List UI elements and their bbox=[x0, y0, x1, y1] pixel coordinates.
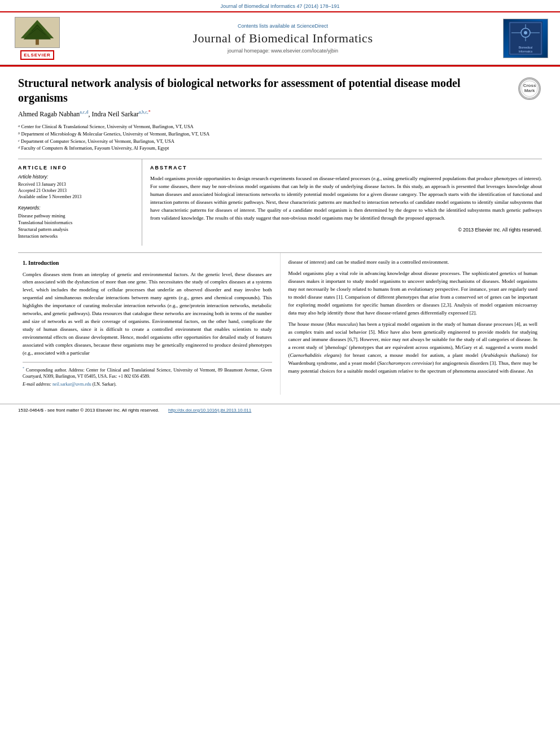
abstract-panel: ABSTRACT Model organisms provide opportu… bbox=[142, 159, 542, 246]
elsevier-wordmark: ELSEVIER bbox=[20, 50, 54, 60]
affiliation-c: c Department of Computer Science, Univer… bbox=[18, 138, 542, 145]
affiliation-d: d Faculty of Computers & Information, Fa… bbox=[18, 145, 542, 152]
authors-line: Ahmed Ragab Nabhana,c,d, Indra Neil Sark… bbox=[18, 110, 542, 119]
history-available: Available online 5 November 2013 bbox=[18, 194, 135, 199]
crossmark-badge[interactable]: Cross Mark bbox=[517, 76, 542, 101]
author2-sup: a,b,c,* bbox=[139, 110, 151, 115]
affiliations-block: a Center for Clinical & Translational Sc… bbox=[18, 123, 542, 152]
body-col-right: disease of interest) and can be studied … bbox=[281, 253, 542, 395]
affiliation-a-text: Center for Clinical & Translational Scie… bbox=[21, 123, 194, 130]
elsevier-logo-left: ELSEVIER bbox=[9, 17, 65, 60]
svg-text:Informatics: Informatics bbox=[519, 50, 533, 53]
sciencedirect-link-text[interactable]: ScienceDirect bbox=[297, 23, 329, 29]
affiliation-b: b Department of Microbiology & Molecular… bbox=[18, 130, 542, 138]
footnote-email-line: E-mail address: neil.sarkar@uvm.edu (I.N… bbox=[23, 381, 272, 387]
article-info-abstract-block: ARTICLE INFO Article history: Received 1… bbox=[18, 159, 542, 246]
history-received: Received 13 January 2013 bbox=[18, 182, 135, 187]
article-main: Structural network analysis of biologica… bbox=[0, 67, 560, 404]
author2-name: Indra Neil Sarkar bbox=[91, 110, 138, 118]
body-section: 1. Introduction Complex diseases stem fr… bbox=[18, 252, 542, 395]
body-para-right-2: Model organisms play a vital role in adv… bbox=[288, 270, 538, 317]
tree-illustration bbox=[15, 17, 60, 48]
biomed-logo-svg: Biomedical Informatics bbox=[509, 21, 542, 55]
journal-homepage-text: journal homepage: www.elsevier.com/locat… bbox=[71, 48, 495, 54]
body-para-right-1: disease of interest) and can be studied … bbox=[288, 259, 538, 267]
biomed-logo-box: Biomedical Informatics bbox=[503, 19, 548, 58]
keyword-2: Translational bioinformatics bbox=[18, 220, 135, 225]
body-col-left: 1. Introduction Complex diseases stem fr… bbox=[18, 253, 281, 395]
journal-title-text: Journal of Biomedical Informatics bbox=[71, 31, 495, 46]
crossmark-icon: Cross Mark bbox=[518, 77, 541, 100]
article-title: Structural network analysis of biologica… bbox=[18, 76, 542, 105]
abstract-text: Model organisms provide opportunities to… bbox=[150, 175, 542, 222]
svg-point-15 bbox=[524, 31, 527, 34]
abstract-heading: ABSTRACT bbox=[150, 165, 542, 171]
affiliation-d-text: Faculty of Computers & Information, Fayo… bbox=[21, 145, 169, 152]
author1-sup: a,c,d bbox=[80, 110, 88, 115]
svg-text:Biomedical: Biomedical bbox=[519, 46, 532, 49]
svg-text:Cross: Cross bbox=[523, 83, 536, 88]
journal-reference: Journal of Biomedical Informatics 47 (20… bbox=[0, 0, 560, 11]
biomed-logo-right: Biomedical Informatics bbox=[500, 19, 551, 58]
section1-heading: 1. Introduction bbox=[23, 259, 272, 268]
sciencedirect-label: Contents lists available at ScienceDirec… bbox=[71, 23, 495, 29]
article-info-panel: ARTICLE INFO Article history: Received 1… bbox=[18, 159, 142, 246]
affiliation-c-text: Department of Computer Science, Universi… bbox=[21, 138, 174, 145]
journal-header: ELSEVIER Contents lists available at Sci… bbox=[0, 11, 560, 65]
affiliation-b-text: Department of Microbiology & Molecular G… bbox=[21, 130, 210, 138]
article-history-label: Article history: bbox=[18, 174, 135, 180]
article-info-heading: ARTICLE INFO bbox=[18, 165, 135, 171]
footnote-email-link[interactable]: neil.sarkar@uvm.edu bbox=[53, 382, 91, 387]
and-text: and bbox=[339, 360, 347, 366]
issn-text: 1532-0464/$ - see front matter © 2013 El… bbox=[18, 408, 159, 413]
keywords-section: Keywords: Disease pathway mining Transla… bbox=[18, 205, 135, 239]
title-block: Structural network analysis of biologica… bbox=[18, 76, 542, 105]
history-accepted: Accepted 21 October 2013 bbox=[18, 188, 135, 193]
svg-text:Mark: Mark bbox=[524, 88, 535, 93]
journal-title-block: Contents lists available at ScienceDirec… bbox=[71, 23, 495, 54]
keyword-4: Interaction networks bbox=[18, 233, 135, 239]
copyright-line: © 2013 Elsevier Inc. All rights reserved… bbox=[150, 227, 542, 233]
keyword-1: Disease pathway mining bbox=[18, 213, 135, 219]
tree-svg bbox=[15, 17, 59, 48]
author1-name: Ahmed Ragab Nabhan bbox=[18, 110, 80, 118]
doi-link[interactable]: http://dx.doi.org/10.1016/j.jbi.2013.10.… bbox=[168, 408, 251, 413]
keyword-3: Structural pattern analysis bbox=[18, 226, 135, 232]
bottom-bar: 1532-0464/$ - see front matter © 2013 El… bbox=[0, 404, 560, 416]
affiliation-a: a Center for Clinical & Translational Sc… bbox=[18, 123, 542, 130]
footnote-section: * Corresponding author. Address: Center … bbox=[23, 362, 272, 387]
footnote-star-line: * Corresponding author. Address: Center … bbox=[23, 366, 272, 379]
journal-ref-text: Journal of Biomedical Informatics 47 (20… bbox=[220, 3, 339, 9]
keywords-label: Keywords: bbox=[18, 205, 135, 211]
body-para-1: Complex diseases stem from an interplay … bbox=[23, 271, 272, 357]
body-para-right-3: The house mouse (Mus musculus) has been … bbox=[288, 321, 538, 376]
